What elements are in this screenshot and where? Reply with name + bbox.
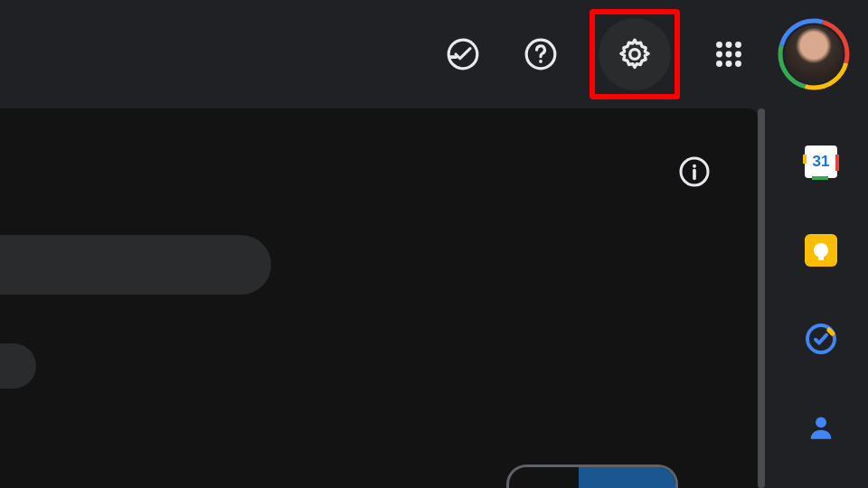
svg-point-12 bbox=[726, 61, 732, 67]
avatar-ring-icon bbox=[778, 18, 850, 90]
contacts-app-button[interactable] bbox=[802, 408, 840, 446]
help-button[interactable] bbox=[512, 25, 570, 83]
checkmark-circle-icon bbox=[446, 37, 480, 71]
calendar-icon: 31 bbox=[805, 145, 837, 178]
keep-icon bbox=[805, 234, 837, 267]
side-panel: 31 bbox=[774, 108, 868, 488]
calendar-day-label: 31 bbox=[813, 153, 830, 171]
svg-point-11 bbox=[716, 61, 722, 67]
toolbar-pill-small[interactable] bbox=[0, 343, 36, 389]
svg-point-6 bbox=[726, 42, 732, 48]
svg-point-10 bbox=[735, 52, 741, 58]
account-avatar[interactable] bbox=[778, 18, 850, 90]
keep-app-button[interactable] bbox=[802, 231, 840, 269]
lightbulb-icon bbox=[814, 243, 828, 258]
bottom-tab[interactable] bbox=[506, 465, 678, 488]
top-bar bbox=[0, 0, 868, 108]
contacts-icon bbox=[806, 412, 836, 443]
tasks-app-button[interactable] bbox=[802, 320, 840, 358]
svg-point-3 bbox=[539, 60, 542, 63]
apps-grid-icon bbox=[712, 38, 745, 70]
apps-button[interactable] bbox=[700, 25, 758, 83]
svg-point-9 bbox=[726, 52, 732, 58]
toolbar-pill[interactable] bbox=[0, 235, 271, 295]
calendar-app-button[interactable]: 31 bbox=[802, 143, 840, 181]
gear-icon bbox=[617, 36, 653, 72]
tab-active-indicator bbox=[579, 467, 675, 488]
svg-point-7 bbox=[735, 42, 741, 48]
info-button[interactable] bbox=[676, 154, 712, 190]
offline-ready-button[interactable] bbox=[434, 25, 492, 83]
main-content-card bbox=[0, 108, 758, 488]
tasks-icon bbox=[805, 323, 837, 355]
svg-point-4 bbox=[630, 50, 640, 60]
svg-point-19 bbox=[693, 164, 696, 168]
settings-button[interactable] bbox=[599, 18, 671, 90]
vertical-scrollbar[interactable] bbox=[758, 108, 765, 488]
settings-highlight-box bbox=[590, 9, 680, 99]
svg-point-13 bbox=[735, 61, 741, 67]
svg-point-8 bbox=[716, 52, 722, 58]
info-icon bbox=[678, 155, 711, 188]
help-icon bbox=[524, 37, 558, 71]
svg-point-23 bbox=[816, 417, 826, 427]
svg-point-5 bbox=[716, 42, 722, 48]
